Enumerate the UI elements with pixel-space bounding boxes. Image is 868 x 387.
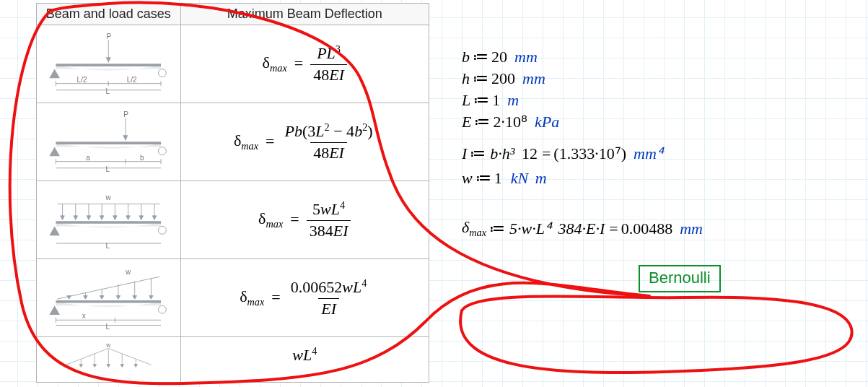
svg-line-54 (57, 277, 159, 299)
svg-marker-37 (87, 216, 90, 219)
svg-text:L: L (106, 242, 110, 250)
svg-text:L: L (106, 87, 110, 95)
table-header-cases: Beam and load cases (37, 4, 181, 25)
result-delta-max: δmax ≔ 5·w·L⁴ 384·E·I = 0.00488 mm (462, 218, 844, 239)
svg-text:P: P (123, 110, 128, 118)
svg-point-15 (158, 147, 166, 155)
svg-marker-81 (107, 365, 110, 368)
def-h: h ≔ 200 mm (462, 69, 844, 88)
svg-text:L/2: L/2 (127, 76, 137, 84)
def-L: L ≔ 1 m (462, 91, 844, 110)
svg-marker-35 (74, 216, 77, 219)
svg-marker-45 (139, 216, 143, 219)
svg-marker-66 (149, 296, 153, 300)
svg-marker-51 (49, 305, 60, 315)
svg-marker-62 (116, 296, 120, 300)
deflection-table: Beam and load cases Maximum Beam Deflect… (36, 3, 429, 383)
worked-equations: b ≔ 20 mm h ≔ 200 mm L ≔ 1 m E ≔ 2·10⁸ k… (462, 45, 844, 242)
svg-point-52 (158, 305, 166, 313)
svg-marker-43 (126, 216, 130, 219)
bernoulli-label: Bernoulli (639, 265, 721, 292)
svg-marker-85 (134, 365, 138, 368)
svg-text:b: b (140, 154, 144, 162)
svg-line-75 (108, 349, 151, 365)
svg-text:P: P (107, 32, 112, 40)
table-header-formula: Maximum Beam Deflection (180, 4, 429, 25)
table-row: P ab L δmax = Pb(3L2 − 4b2) 48EI (37, 103, 429, 181)
def-w: w ≔ 1 kN m (462, 169, 844, 188)
svg-marker-18 (123, 135, 128, 140)
beam-diagram-uniform-load: w L (37, 181, 181, 259)
formula-cell: δmax = Pb(3L2 − 4b2) 48EI (180, 103, 429, 181)
svg-marker-56 (67, 296, 71, 300)
formula-cell: δmax = PL3 48EI (180, 25, 429, 103)
table-row: P L/2L/2 L δmax = PL3 48EI (37, 25, 429, 103)
table-row: w x L δmax = 0.00652wL4 EI (37, 259, 429, 337)
svg-line-74 (66, 349, 108, 365)
svg-marker-77 (79, 365, 83, 368)
svg-marker-0 (49, 69, 60, 79)
svg-marker-14 (49, 147, 60, 157)
def-b: b ≔ 20 mm (462, 48, 844, 66)
table-row: w L δmax = 5wL4 384EI (37, 181, 429, 259)
beam-diagram-partial: w (37, 337, 181, 383)
svg-marker-4 (106, 57, 111, 62)
svg-marker-41 (113, 216, 117, 219)
svg-text:a: a (86, 154, 90, 162)
beam-diagram-center-point: P L/2L/2 L (37, 25, 181, 103)
svg-text:x: x (82, 312, 86, 320)
svg-marker-28 (49, 226, 60, 235)
svg-marker-60 (100, 296, 103, 300)
beam-diagram-offset-point: P ab L (37, 103, 181, 181)
svg-marker-79 (93, 365, 97, 368)
svg-text:L/2: L/2 (77, 76, 87, 84)
formula-cell: δmax = 0.00652wL4 EI (180, 259, 429, 337)
table-row: w wL4 (37, 337, 429, 383)
svg-marker-33 (61, 216, 64, 219)
svg-marker-39 (100, 216, 103, 219)
svg-marker-47 (152, 216, 156, 219)
svg-marker-83 (120, 365, 124, 368)
svg-point-29 (158, 226, 166, 234)
svg-point-1 (158, 69, 166, 77)
svg-text:w: w (105, 194, 112, 201)
def-E: E ≔ 2·10⁸ kPa (462, 113, 844, 131)
formula-cell: δmax = 5wL4 384EI (180, 181, 429, 259)
def-I: I ≔ b·h³ 12 = (1.333·10⁷) mm⁴ (462, 144, 844, 163)
svg-text:L: L (106, 165, 110, 173)
svg-marker-64 (133, 296, 136, 300)
svg-marker-58 (84, 296, 87, 300)
beam-diagram-triangular-load: w x L (37, 259, 181, 337)
svg-text:L: L (106, 323, 110, 329)
svg-text:w: w (125, 268, 131, 276)
svg-text:w: w (105, 343, 111, 349)
formula-cell: wL4 (180, 337, 429, 383)
